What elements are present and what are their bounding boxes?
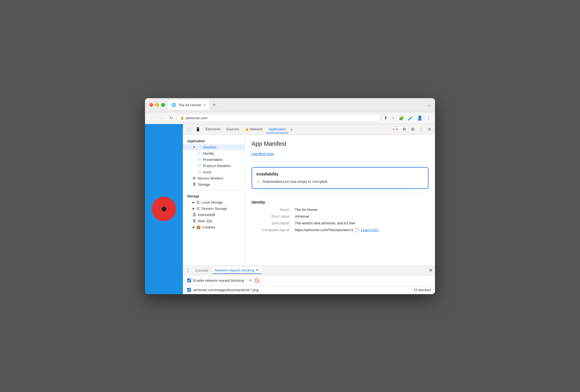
tab-title: The Air Horner (178, 103, 201, 107)
sidebar-presentation-icon: 📄 (197, 158, 201, 162)
sidebar-item-cookies[interactable]: ▶ 🍪 Cookies (183, 224, 245, 230)
menu-icon[interactable]: ⋮ (425, 114, 432, 122)
sidebar-icons-icon: 📄 (197, 170, 201, 174)
tab-network[interactable]: Network (242, 125, 265, 133)
block-button[interactable]: 🚫 (254, 278, 260, 283)
error-badge: ● 2 ⚠ 81 (391, 127, 408, 132)
tab-sources[interactable]: Sources (223, 125, 242, 133)
sidebar-item-session-storage[interactable]: ▶ ☰ Session Storage (183, 205, 245, 212)
identity-title: Identity (252, 200, 429, 204)
sidebar-idb-icon: 🗄 (193, 213, 196, 217)
traffic-lights (149, 103, 165, 107)
sidebar-storage-app-label: Storage (198, 182, 210, 187)
learn-more-link[interactable]: Learn more (361, 228, 379, 232)
installability-warning: ⚠ Downloaded icon was empty or corrupted (256, 179, 424, 184)
tab-close-icon[interactable]: ✕ (203, 103, 206, 107)
sidebar-item-identity[interactable]: 📄 Identity (183, 150, 245, 157)
devtools-tab-right: ● 2 ⚠ 81 ⚙ ⋮ ✕ (391, 126, 433, 133)
sidebar-protocol-icon: 📄 (197, 164, 201, 168)
console-content: Enable network request blocking | + 🚫 ai… (183, 275, 435, 294)
console-tab-bar: ⋮ Console Network request blocking ✕ ✕ (183, 266, 435, 275)
sidebar-item-service-workers[interactable]: ⚙ Service Workers (183, 175, 245, 181)
identity-value-name: The Air Horner (295, 208, 429, 212)
back-button[interactable]: ← (148, 114, 156, 121)
devtools-more-button[interactable]: ⋮ (417, 126, 425, 133)
arrow-right-icon: ▶ (193, 201, 195, 204)
chevron-down-icon: ⌄ (427, 103, 431, 107)
bookmark-icon[interactable]: ☆ (390, 114, 396, 122)
identity-label-description: Description (252, 221, 295, 225)
sidebar-item-presentation[interactable]: 📄 Presentation (183, 157, 245, 163)
overflow-icon[interactable]: » (289, 126, 294, 132)
sidebar-item-websql[interactable]: 🗄 Web SQL (183, 218, 245, 224)
sidebar-item-storage-app[interactable]: 🗄 Storage (183, 181, 245, 188)
devtools-close-button[interactable]: ✕ (426, 126, 433, 133)
sidebar-sw-label: Service Workers (197, 176, 223, 180)
inspect-icon[interactable]: ⬚ (185, 126, 193, 132)
tab-network-request-blocking[interactable]: Network request blocking ✕ (212, 267, 262, 274)
sidebar-ss-label: Session Storage (201, 207, 227, 211)
url-text: airhorner.com (186, 116, 207, 120)
sidebar-item-icons[interactable]: 📄 Icons (183, 169, 245, 175)
title-bar: 🌐 The Air Horner ✕ + ⌄ (145, 98, 435, 112)
main-content: ⬚ 📱 Elements Sources Network Application… (145, 124, 435, 294)
identity-value-description: The world's best airhorner, and it's fre… (295, 221, 429, 225)
sidebar-manifest-label: Manifest (203, 145, 216, 149)
device-icon[interactable]: 📱 (193, 126, 202, 132)
installability-box: Installability ⚠ Downloaded icon was emp… (252, 167, 429, 189)
identity-value-computed: https://airhorner.com/?homescreen=1 (295, 228, 353, 232)
minimize-traffic-light[interactable] (155, 103, 159, 107)
forward-button[interactable]: → (158, 114, 166, 121)
address-actions: ⬆ ☆ 🧩 🧪 👤 ⋮ (383, 114, 432, 122)
console-close-button[interactable]: ✕ (429, 267, 433, 273)
sidebar-application-title: Application (183, 137, 245, 144)
enable-blocking-checkbox[interactable] (187, 278, 191, 282)
maximize-traffic-light[interactable] (161, 103, 165, 107)
devtools-panel: ⬚ 📱 Elements Sources Network Application… (183, 124, 435, 294)
sidebar-sql-label: Web SQL (198, 219, 213, 223)
sidebar-item-indexeddb[interactable]: 🗄 IndexedDB (183, 212, 245, 218)
identity-row-description: Description The world's best airhorner, … (252, 221, 429, 225)
devtools-settings-button[interactable]: ⚙ (409, 126, 416, 133)
tab-console[interactable]: Console (193, 267, 211, 274)
section-divider-2 (252, 194, 429, 195)
console-bar: ⋮ Console Network request blocking ✕ ✕ E… (183, 265, 435, 294)
browser-tab[interactable]: 🌐 The Air Horner ✕ (168, 100, 209, 110)
console-menu-button[interactable]: ⋮ (185, 267, 192, 274)
identity-row-name: Name The Air Horner (252, 208, 429, 212)
extensions-icon[interactable]: 🧩 (398, 114, 405, 122)
identity-label-shortname: Short name (252, 214, 295, 218)
console-enable-row: Enable network request blocking | + 🚫 (187, 278, 431, 286)
arrow-down-icon: ▼ (193, 145, 196, 149)
sidebar-presentation-label: Presentation (203, 158, 223, 162)
sidebar-item-local-storage[interactable]: ▶ ☰ Local Storage (183, 199, 245, 205)
sidebar-icons-label: Icons (203, 170, 211, 174)
sidebar-protocol-label: Protocol Handlers (203, 164, 231, 168)
warning-triangle-icon: ⚠ (256, 179, 260, 184)
installability-title: Installability (256, 172, 424, 176)
tab-application[interactable]: Application (266, 125, 289, 133)
profile-icon[interactable]: 👤 (416, 114, 424, 122)
new-tab-button[interactable]: + (210, 101, 218, 109)
tab-elements[interactable]: Elements (203, 125, 223, 133)
identity-value-shortname: Airhorner (295, 214, 429, 218)
tab-favicon-icon: 🌐 (172, 103, 176, 107)
sidebar-divider (183, 190, 245, 190)
sidebar-item-manifest[interactable]: ▼ 📄 Manifest (183, 144, 245, 150)
lock-icon: 🔒 (180, 116, 184, 120)
close-traffic-light[interactable] (149, 103, 153, 107)
arrow-right-icon2: ▶ (193, 207, 195, 210)
share-icon[interactable]: ⬆ (383, 114, 388, 122)
experiments-icon[interactable]: 🧪 (407, 114, 414, 122)
manifest-link[interactable]: manifest.json (252, 152, 429, 156)
reload-button[interactable]: ↻ (168, 114, 174, 122)
url-pattern-checkbox[interactable] (187, 288, 191, 292)
sidebar-item-protocol-handlers[interactable]: 📄 Protocol Handlers (183, 163, 245, 169)
tab-close-icon[interactable]: ✕ (256, 268, 259, 272)
add-pattern-button[interactable]: + (249, 278, 252, 283)
horn-circle (152, 197, 176, 221)
help-icon[interactable]: ? (355, 228, 359, 232)
identity-label-name: Name (252, 208, 295, 212)
enable-blocking-label: Enable network request blocking (193, 278, 244, 283)
url-bar[interactable]: 🔒 airhorner.com (177, 114, 381, 122)
